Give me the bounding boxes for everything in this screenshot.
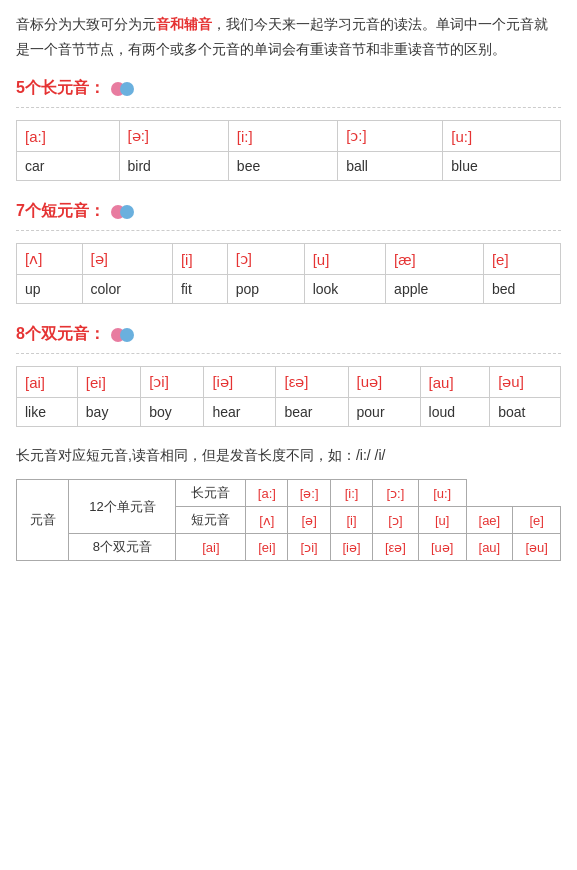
- long-vowels-table: [a:][ə:][i:][ɔ:][u:] carbirdbeeballblue: [16, 120, 561, 181]
- section-short-vowels: 7个短元音： [ʌ][ə][i][ɔ][u][æ][e] upcolorfitp…: [16, 201, 561, 304]
- summary-12-label: 12个单元音: [69, 480, 176, 534]
- summary-dip-sym: [εə]: [373, 534, 419, 561]
- divider-1: [16, 107, 561, 108]
- symbol-cell: [ei]: [77, 367, 140, 398]
- section1-title: 5个长元音：: [16, 78, 561, 99]
- summary-dip-sym: [ei]: [246, 534, 288, 561]
- section-long-vowels: 5个长元音： [a:][ə:][i:][ɔ:][u:] carbirdbeeba…: [16, 78, 561, 181]
- word-cell: pop: [227, 275, 304, 304]
- summary-long-sym: [i:]: [331, 480, 373, 507]
- summary-dip-sym: [au]: [466, 534, 513, 561]
- diphthongs-table: [ai][ei][ɔi][iə][εə][uə][au][əu] likebay…: [16, 366, 561, 427]
- word-cell: apple: [386, 275, 484, 304]
- word-cell: boy: [141, 398, 204, 427]
- word-cell: blue: [443, 152, 561, 181]
- diphthongs-symbol-row: [ai][ei][ɔi][iə][εə][uə][au][əu]: [17, 367, 561, 398]
- summary-short-sym: [ʌ]: [246, 507, 288, 534]
- summary-long-sym: [u:]: [418, 480, 466, 507]
- note-paragraph: 长元音对应短元音,读音相同，但是发音长度不同，如：/i:/ /i/: [16, 447, 561, 465]
- intro-paragraph: 音标分为大致可分为元音和辅音，我们今天来一起学习元音的读法。单词中一个元音就是一…: [16, 12, 561, 62]
- word-cell: up: [17, 275, 83, 304]
- dot-icon-3: [111, 328, 134, 342]
- symbol-cell: [ə:]: [119, 121, 228, 152]
- summary-long-sym: [a:]: [246, 480, 288, 507]
- symbol-cell: [ʌ]: [17, 244, 83, 275]
- section2-title: 7个短元音：: [16, 201, 561, 222]
- divider-3: [16, 353, 561, 354]
- long-vowels-word-row: carbirdbeeballblue: [17, 152, 561, 181]
- summary-dip-sym: [ai]: [176, 534, 246, 561]
- symbol-cell: [a:]: [17, 121, 120, 152]
- dot-blue-1: [120, 82, 134, 96]
- intro-highlight: 音和辅音: [156, 16, 212, 32]
- symbol-cell: [uə]: [348, 367, 420, 398]
- symbol-cell: [i:]: [228, 121, 337, 152]
- summary-table: 元音12个单元音长元音[a:][ə:][i:][ɔ:][u:]短元音[ʌ][ə]…: [16, 479, 561, 561]
- word-cell: car: [17, 152, 120, 181]
- symbol-cell: [æ]: [386, 244, 484, 275]
- short-vowels-word-row: upcolorfitpoplookapplebed: [17, 275, 561, 304]
- word-cell: hear: [204, 398, 276, 427]
- dot-icon-1: [111, 82, 134, 96]
- word-cell: bay: [77, 398, 140, 427]
- word-cell: look: [304, 275, 385, 304]
- symbol-cell: [au]: [420, 367, 490, 398]
- divider-2: [16, 230, 561, 231]
- summary-short-sym: [i]: [331, 507, 373, 534]
- symbol-cell: [u:]: [443, 121, 561, 152]
- summary-short-label: 短元音: [176, 507, 246, 534]
- summary-dip-sym: [iə]: [331, 534, 373, 561]
- symbol-cell: [u]: [304, 244, 385, 275]
- dot-icon-2: [111, 205, 134, 219]
- short-vowels-table: [ʌ][ə][i][ɔ][u][æ][e] upcolorfitpoplooka…: [16, 243, 561, 304]
- summary-short-sym: [ae]: [466, 507, 513, 534]
- symbol-cell: [εə]: [276, 367, 348, 398]
- summary-short-sym: [u]: [418, 507, 466, 534]
- word-cell: bear: [276, 398, 348, 427]
- summary-short-sym: [ɔ]: [373, 507, 419, 534]
- long-vowels-symbol-row: [a:][ə:][i:][ɔ:][u:]: [17, 121, 561, 152]
- summary-dip-sym: [uə]: [418, 534, 466, 561]
- summary-8-label: 8个双元音: [69, 534, 176, 561]
- dot-blue-3: [120, 328, 134, 342]
- symbol-cell: [ai]: [17, 367, 78, 398]
- word-cell: pour: [348, 398, 420, 427]
- word-cell: bee: [228, 152, 337, 181]
- summary-dip-sym: [əu]: [513, 534, 561, 561]
- symbol-cell: [ɔi]: [141, 367, 204, 398]
- summary-main-label: 元音: [17, 480, 69, 561]
- summary-long-sym: [ə:]: [288, 480, 331, 507]
- word-cell: fit: [172, 275, 227, 304]
- diphthongs-word-row: likebayboyhearbearpourloudboat: [17, 398, 561, 427]
- intro-text-before: 音标分为大致可分为元: [16, 16, 156, 32]
- symbol-cell: [ə]: [82, 244, 172, 275]
- summary-long-label: 长元音: [176, 480, 246, 507]
- symbol-cell: [iə]: [204, 367, 276, 398]
- symbol-cell: [e]: [483, 244, 560, 275]
- symbol-cell: [ɔ:]: [338, 121, 443, 152]
- summary-long-sym: [ɔ:]: [373, 480, 419, 507]
- section3-title: 8个双元音：: [16, 324, 561, 345]
- symbol-cell: [ɔ]: [227, 244, 304, 275]
- summary-dip-sym: [ɔi]: [288, 534, 331, 561]
- section-diphthongs: 8个双元音： [ai][ei][ɔi][iə][εə][uə][au][əu] …: [16, 324, 561, 427]
- word-cell: color: [82, 275, 172, 304]
- dot-blue-2: [120, 205, 134, 219]
- symbol-cell: [i]: [172, 244, 227, 275]
- summary-row-diphthong: 8个双元音[ai][ei][ɔi][iə][εə][uə][au][əu]: [17, 534, 561, 561]
- word-cell: bird: [119, 152, 228, 181]
- word-cell: bed: [483, 275, 560, 304]
- summary-short-sym: [e]: [513, 507, 561, 534]
- summary-short-sym: [ə]: [288, 507, 331, 534]
- word-cell: loud: [420, 398, 490, 427]
- short-vowels-symbol-row: [ʌ][ə][i][ɔ][u][æ][e]: [17, 244, 561, 275]
- symbol-cell: [əu]: [490, 367, 561, 398]
- word-cell: like: [17, 398, 78, 427]
- word-cell: boat: [490, 398, 561, 427]
- summary-row-long: 元音12个单元音长元音[a:][ə:][i:][ɔ:][u:]: [17, 480, 561, 507]
- word-cell: ball: [338, 152, 443, 181]
